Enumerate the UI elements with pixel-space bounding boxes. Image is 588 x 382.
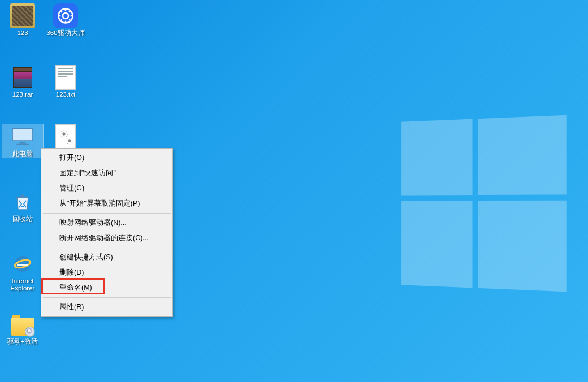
menu-item-pin-quick-access[interactable]: 固定到"快速访问" <box>42 166 171 181</box>
menu-separator <box>43 248 171 248</box>
icon-label: 123.rar <box>2 91 43 98</box>
menu-separator <box>43 297 171 298</box>
context-menu: 打开(O) 固定到"快速访问" 管理(G) 从"开始"屏幕取消固定(P) 映射网… <box>41 148 173 317</box>
menu-item-open[interactable]: 打开(O) <box>42 150 171 166</box>
desktop-icon-bat-file[interactable] <box>45 124 86 150</box>
svg-rect-4 <box>16 144 29 145</box>
desktop-icon-123-txt[interactable]: 123.txt <box>45 65 86 98</box>
menu-item-rename[interactable]: 重命名(M) <box>42 280 171 296</box>
desktop[interactable]: 123 360驱动大师 123.rar 123.txt 此电脑 <box>0 0 588 382</box>
txt-icon <box>53 65 78 90</box>
menu-item-manage[interactable]: 管理(G) <box>42 181 171 196</box>
menu-item-create-shortcut[interactable]: 创建快捷方式(S) <box>42 250 171 265</box>
menu-separator <box>43 213 171 214</box>
desktop-icon-recycle-bin[interactable]: 回收站 <box>2 189 43 223</box>
icon-label: 123 <box>2 29 43 37</box>
rar-icon <box>10 65 35 90</box>
menu-item-properties[interactable]: 属性(R) <box>42 299 171 315</box>
bat-icon <box>53 124 78 149</box>
desktop-icon-internet-explorer[interactable]: Internet Explorer <box>2 251 43 292</box>
app-icon <box>53 3 78 28</box>
desktop-icon-this-pc[interactable]: 此电脑 <box>2 124 43 158</box>
icon-label: Internet Explorer <box>2 277 43 292</box>
icon-label: 驱动+激活 <box>2 338 43 345</box>
desktop-icon-123-rar[interactable]: 123.rar <box>2 65 43 98</box>
svg-rect-3 <box>20 142 26 144</box>
recycle-bin-icon <box>10 189 35 214</box>
icon-label: 回收站 <box>2 215 43 223</box>
desktop-icon-360-driver[interactable]: 360驱动大师 <box>45 3 86 37</box>
this-pc-icon <box>10 124 35 149</box>
menu-item-delete[interactable]: 删除(D) <box>42 265 171 280</box>
svg-point-1 <box>63 13 68 19</box>
windows-logo-wallpaper <box>401 115 567 292</box>
menu-item-unpin-start[interactable]: 从"开始"屏幕取消固定(P) <box>42 196 171 211</box>
folder-icon <box>10 312 35 337</box>
menu-item-disconnect-network-drive[interactable]: 断开网络驱动器的连接(C)... <box>42 231 171 246</box>
desktop-icon-folder-123[interactable]: 123 <box>2 3 43 37</box>
icon-label: 123.txt <box>45 91 86 98</box>
icon-label: 此电脑 <box>2 150 43 158</box>
folder-icon <box>10 3 35 28</box>
ie-icon <box>10 251 35 276</box>
menu-item-map-network-drive[interactable]: 映射网络驱动器(N)... <box>42 215 171 231</box>
svg-rect-2 <box>12 129 33 141</box>
svg-point-5 <box>15 256 31 272</box>
icon-label: 360驱动大师 <box>45 29 86 37</box>
desktop-icon-driver-activate[interactable]: 驱动+激活 <box>2 312 43 345</box>
